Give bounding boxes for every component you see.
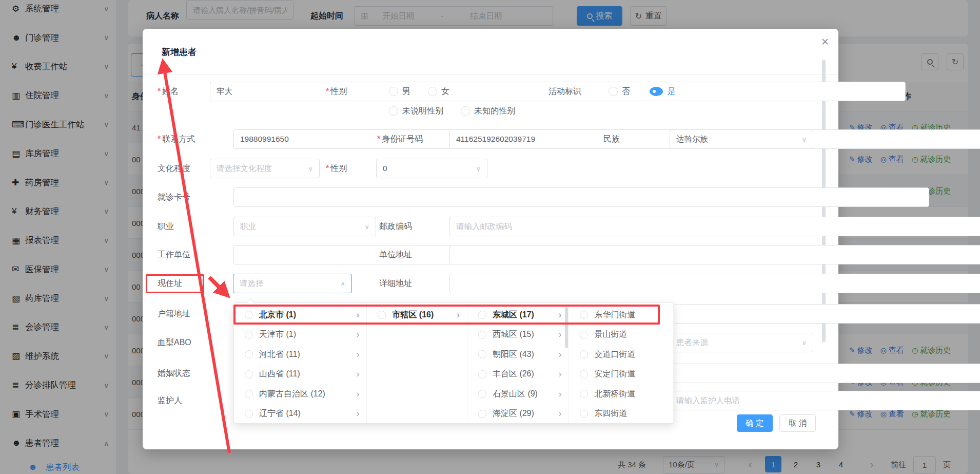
unit-address-label: 单位地址 [379, 245, 412, 264]
cancel-button[interactable]: 取 消 [779, 414, 816, 432]
visit-card-input[interactable] [233, 187, 929, 207]
chevron-right-icon: › [558, 408, 561, 419]
postcode-input[interactable] [449, 217, 980, 236]
nation-label: 民族 [603, 129, 620, 149]
cascader-option-label: 山西省 (11) [259, 369, 350, 380]
chevron-right-icon: › [356, 389, 359, 400]
radio-unknown-gender[interactable]: 未知的性别 [461, 106, 515, 117]
cascader-option[interactable]: 朝阳区 (43) › [467, 345, 569, 365]
radio-icon[interactable] [245, 410, 253, 418]
chevron-right-icon: › [558, 329, 561, 340]
radio-icon[interactable] [580, 311, 588, 319]
cascader-option[interactable]: 北京市 (1) › [234, 305, 366, 325]
unit-address-input[interactable] [449, 245, 980, 264]
radio-male[interactable]: 男 [389, 86, 410, 97]
radio-icon[interactable] [478, 311, 486, 319]
radio-yes[interactable]: 是 [650, 86, 675, 97]
address-cascader-panel: 北京市 (1) › 天津市 (1) › 河北省 (11) › 山 [233, 302, 674, 424]
cascader-option-label: 河北省 (11) [259, 349, 350, 360]
modal-header-divider [143, 74, 838, 74]
detail-address-input[interactable] [449, 274, 980, 293]
cascader-option[interactable]: 东城区 (17) › [467, 305, 569, 325]
radio-icon[interactable] [478, 370, 486, 378]
current-address-placeholder: 请选择 [240, 278, 264, 289]
form-row-contact: *联系方式 *身份证号码 民族 达斡尔族 ∨ [143, 129, 838, 149]
nation-select[interactable]: 达斡尔族 ∨ [670, 129, 813, 149]
cascader-option[interactable]: 景山街道 [569, 325, 673, 345]
radio-icon[interactable] [580, 331, 588, 339]
cascader-option[interactable]: 东四街道 [569, 404, 673, 424]
gender2-label: *性别 [326, 159, 347, 178]
guardian-phone-input[interactable] [670, 391, 980, 410]
cascader-option[interactable]: 安定门街道 [569, 365, 673, 385]
radio-icon [389, 87, 398, 96]
radio-icon[interactable] [245, 390, 253, 398]
cascader-option[interactable]: 海淀区 (29) › [467, 404, 569, 424]
chevron-right-icon: › [558, 310, 561, 320]
radio-icon [389, 106, 398, 116]
cascader-option[interactable]: 河北省 (11) › [234, 345, 366, 365]
radio-icon[interactable] [580, 370, 588, 378]
active-flag-radio-group: 否 是 [609, 82, 675, 101]
cascader-option-label: 东华门街道 [594, 310, 666, 320]
radio-unstated-gender[interactable]: 未说明性别 [389, 106, 443, 117]
radio-female[interactable]: 女 [428, 86, 449, 97]
gender2-select[interactable]: 0 ∨ [376, 159, 487, 178]
radio-no[interactable]: 否 [609, 86, 630, 97]
cascader-province-column: 北京市 (1) › 天津市 (1) › 河北省 (11) › 山 [234, 303, 367, 423]
active-flag-label: 活动标识 [548, 82, 581, 101]
nation-value: 达斡尔族 [676, 134, 708, 145]
radio-icon[interactable] [378, 311, 386, 319]
registered-address-extra-input[interactable] [670, 304, 980, 324]
occupation-select[interactable]: 职业 ∨ [233, 217, 376, 236]
radio-icon[interactable] [478, 390, 486, 398]
gender-radio-group: 男 女 [389, 82, 449, 101]
cascader-option[interactable]: 丰台区 (26) › [467, 365, 569, 385]
cascader-option[interactable]: 天津市 (1) › [234, 325, 366, 345]
radio-icon[interactable] [580, 390, 588, 398]
cascader-option-label: 天津市 (1) [259, 329, 350, 340]
cascader-option[interactable]: 石景山区 (9) › [467, 384, 569, 404]
cascader-street-column: 东华门街道 景山街道 交道口街道 安定门街道 [569, 303, 674, 423]
cascader-option-label: 石景山区 (9) [493, 389, 553, 400]
radio-icon[interactable] [245, 350, 253, 358]
cascader-scrollbar[interactable] [565, 307, 568, 348]
cascader-option[interactable]: 山西省 (11) › [234, 365, 366, 385]
current-address-cascader[interactable]: 请选择 ∧ [233, 274, 352, 293]
marital-extra-input[interactable] [670, 364, 980, 383]
chevron-right-icon: › [356, 310, 359, 320]
radio-icon[interactable] [245, 370, 253, 378]
radio-icon[interactable] [478, 331, 486, 339]
radio-icon [461, 106, 470, 116]
cascader-city-column: 市辖区 (16) › [367, 303, 467, 423]
radio-icon[interactable] [580, 410, 588, 418]
chevron-right-icon: › [558, 369, 561, 380]
required-mark: * [326, 87, 329, 96]
cascader-option[interactable]: 交道口街道 [569, 345, 673, 365]
confirm-button[interactable]: 确 定 [737, 414, 773, 432]
radio-icon[interactable] [245, 311, 253, 319]
chevron-down-icon: ∨ [308, 165, 313, 173]
add-patient-modal: 新增患者 ✕ *姓名 *性别 男 女 活动标识 否 是 未说明性别 未知的性别 … [143, 29, 838, 449]
required-mark: * [158, 135, 161, 144]
education-placeholder: 请选择文化程度 [217, 163, 272, 174]
radio-icon[interactable] [580, 350, 588, 358]
modal-title: 新增患者 [162, 46, 197, 58]
education-select[interactable]: 请选择文化程度 ∨ [210, 159, 320, 178]
cascader-option[interactable]: 北新桥街道 [569, 384, 673, 404]
chevron-right-icon: › [457, 310, 460, 320]
cascader-option-label: 安定门街道 [594, 369, 666, 380]
radio-icon[interactable] [478, 350, 486, 358]
required-mark: * [158, 87, 161, 96]
chevron-right-icon: › [558, 349, 561, 360]
radio-icon[interactable] [478, 410, 486, 418]
cascader-option[interactable]: 市辖区 (16) › [367, 305, 467, 325]
cascader-option[interactable]: 辽宁省 (14) › [234, 404, 366, 424]
cascader-option[interactable]: 西城区 (15) › [467, 325, 569, 345]
gender-label: *性别 [326, 82, 347, 101]
cascader-option[interactable]: 东华门街道 [569, 305, 673, 325]
close-icon[interactable]: ✕ [818, 33, 832, 51]
radio-icon[interactable] [245, 331, 253, 339]
patient-source-select[interactable]: 患者来源 ∨ [670, 333, 813, 352]
cascader-option[interactable]: 内蒙古自治区 (12) › [234, 384, 366, 404]
